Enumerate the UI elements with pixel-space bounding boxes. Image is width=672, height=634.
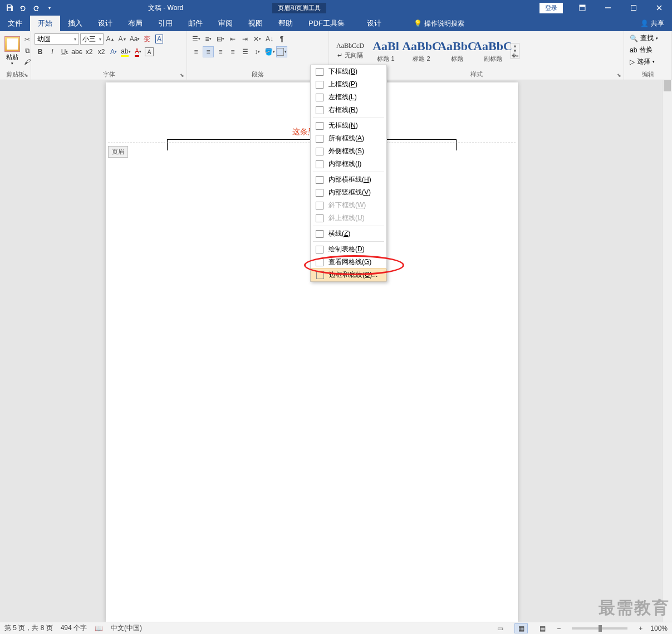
highlight-icon[interactable]: ab▾ xyxy=(120,46,131,57)
tab-mail[interactable]: 邮件 xyxy=(180,16,210,31)
language-status[interactable]: 中文(中国) xyxy=(111,623,142,633)
vertical-scrollbar[interactable] xyxy=(662,80,672,622)
align-left-icon[interactable]: ≡ xyxy=(190,46,202,57)
strike-button[interactable]: abc xyxy=(71,46,82,57)
superscript-button[interactable]: x2 xyxy=(96,46,107,57)
read-mode-icon[interactable]: ▭ xyxy=(493,623,507,633)
zoom-thumb[interactable] xyxy=(599,625,602,632)
border-menu-R[interactable]: 右框线(R) xyxy=(311,104,386,116)
align-right-icon[interactable]: ≡ xyxy=(215,46,226,57)
tab-design[interactable]: 设计 xyxy=(90,16,120,31)
select-button[interactable]: ▷选择▾ xyxy=(627,56,668,67)
tab-insert[interactable]: 插入 xyxy=(60,16,90,31)
tab-context-design[interactable]: 设计 xyxy=(359,16,389,31)
tab-references[interactable]: 引用 xyxy=(150,16,180,31)
grow-font-icon[interactable]: A▲ xyxy=(105,33,116,45)
underline-button[interactable]: U▾ xyxy=(59,46,70,57)
tab-view[interactable]: 视图 xyxy=(241,16,271,31)
tab-pdf[interactable]: PDF工具集 xyxy=(301,16,352,31)
minimize-icon[interactable] xyxy=(595,0,621,16)
style-副标题[interactable]: AaBbC副标题 xyxy=(475,33,511,68)
border-menu-Z[interactable]: 横线(Z) xyxy=(311,227,386,240)
multilevel-icon[interactable]: ⊟▾ xyxy=(215,33,226,45)
show-marks-icon[interactable]: ¶ xyxy=(276,33,287,45)
print-layout-icon[interactable]: ▦ xyxy=(514,623,528,633)
qat-more-icon[interactable]: ▾ xyxy=(43,2,56,14)
zoom-slider[interactable] xyxy=(572,627,627,630)
tab-review[interactable]: 审阅 xyxy=(210,16,241,31)
subscript-button[interactable]: x2 xyxy=(84,46,95,57)
styles-up-icon[interactable]: ▲ xyxy=(511,43,519,48)
font-launcher-icon[interactable]: ⬊ xyxy=(179,72,185,79)
spell-icon[interactable]: 📖 xyxy=(95,625,103,632)
styles-down-icon[interactable]: ▼ xyxy=(511,48,519,53)
scrollbar-thumb[interactable] xyxy=(664,80,671,91)
line-spacing-icon[interactable]: ↕▾ xyxy=(252,46,263,57)
border-menu-I[interactable]: 内部框线(I) xyxy=(311,158,386,170)
shading-icon[interactable]: 🪣▾ xyxy=(264,46,275,57)
text-direction-icon[interactable]: ✕▾ xyxy=(252,33,263,45)
share-button[interactable]: 👤共享 xyxy=(632,16,672,31)
border-menu-S[interactable]: 外侧框线(S) xyxy=(311,145,386,158)
replace-button[interactable]: ab替换 xyxy=(627,44,668,56)
border-menu-L[interactable]: 左框线(L) xyxy=(311,91,386,104)
tab-help[interactable]: 帮助 xyxy=(271,16,301,31)
decrease-indent-icon[interactable]: ⇤ xyxy=(227,33,238,45)
increase-indent-icon[interactable]: ⇥ xyxy=(239,33,251,45)
clipboard-launcher-icon[interactable]: ⬊ xyxy=(23,72,30,79)
bold-button[interactable]: B xyxy=(35,46,46,57)
distributed-icon[interactable]: ☰ xyxy=(239,46,251,57)
style-标题 2[interactable]: AaBbC标题 2 xyxy=(404,33,439,68)
border-menu-D[interactable]: 绘制表格(D) xyxy=(311,243,386,256)
login-button[interactable]: 登录 xyxy=(539,3,563,13)
phonetic-guide-icon[interactable]: 变 xyxy=(141,33,153,45)
text-effects-icon[interactable]: A▾ xyxy=(108,46,119,57)
numbering-icon[interactable]: ≡▾ xyxy=(203,33,214,45)
tellme-search[interactable]: 💡操作说明搜索 xyxy=(406,16,472,31)
find-button[interactable]: 🔍查找▾ xyxy=(627,32,668,44)
close-icon[interactable] xyxy=(646,0,672,16)
zoom-value[interactable]: 100% xyxy=(650,625,668,632)
bullets-icon[interactable]: ☰▾ xyxy=(190,33,202,45)
border-menu-P[interactable]: 上框线(P) xyxy=(311,78,386,91)
border-menu-N[interactable]: 无框线(N) xyxy=(311,119,386,132)
tab-file[interactable]: 文件 xyxy=(0,16,30,31)
zoom-in-icon[interactable]: + xyxy=(639,625,642,632)
styles-more-icon[interactable]: �= xyxy=(511,53,519,58)
tab-layout[interactable]: 布局 xyxy=(120,16,150,31)
italic-button[interactable]: I xyxy=(47,46,58,57)
font-color-icon[interactable]: A▾ xyxy=(133,46,144,57)
font-size-combo[interactable]: 小三▾ xyxy=(80,33,104,45)
paste-button[interactable]: 粘贴 ▾ xyxy=(3,35,21,67)
word-count[interactable]: 494 个字 xyxy=(61,623,87,633)
styles-launcher-icon[interactable]: ⬊ xyxy=(616,72,622,79)
styles-gallery[interactable]: AaBbCcD↵ 无间隔AaBl标题 1AaBbC标题 2AaBbC标题AaBb… xyxy=(332,33,511,68)
shrink-font-icon[interactable]: A▼ xyxy=(117,33,128,45)
clear-format-icon[interactable]: A xyxy=(154,33,165,45)
font-name-combo[interactable]: 幼圆▾ xyxy=(35,33,79,45)
undo-icon[interactable] xyxy=(17,2,29,14)
border-menu-G[interactable]: 查看网格线(G) xyxy=(311,256,386,269)
zoom-out-icon[interactable]: − xyxy=(557,625,561,632)
border-menu-B[interactable]: 下框线(B) xyxy=(311,65,386,78)
style-标题[interactable]: AaBbC标题 xyxy=(439,33,475,68)
tab-home[interactable]: 开始 xyxy=(30,16,60,31)
borders-button[interactable]: ▾ xyxy=(276,46,287,57)
border-menu-V[interactable]: 内部竖框线(V) xyxy=(311,186,386,199)
style-标题 1[interactable]: AaBl标题 1 xyxy=(368,33,404,68)
redo-icon[interactable] xyxy=(30,2,42,14)
maximize-icon[interactable] xyxy=(621,0,646,16)
char-border-icon[interactable]: A xyxy=(145,47,154,56)
page-status[interactable]: 第 5 页，共 8 页 xyxy=(4,623,53,633)
border-menu-H[interactable]: 内部横框线(H) xyxy=(311,173,386,186)
justify-icon[interactable]: ≡ xyxy=(227,46,238,57)
web-layout-icon[interactable]: ▤ xyxy=(536,623,549,633)
change-case-icon[interactable]: Aa▾ xyxy=(129,33,140,45)
sort-icon[interactable]: A↓ xyxy=(264,33,275,45)
border-menu-O[interactable]: 边框和底纹(O)... xyxy=(311,269,386,281)
ribbon-display-icon[interactable] xyxy=(570,0,595,16)
align-center-icon[interactable]: ≡ xyxy=(203,46,214,57)
border-menu-A[interactable]: 所有框线(A) xyxy=(311,132,386,145)
save-icon[interactable] xyxy=(3,2,16,14)
style-↵ 无间隔[interactable]: AaBbCcD↵ 无间隔 xyxy=(332,33,368,68)
